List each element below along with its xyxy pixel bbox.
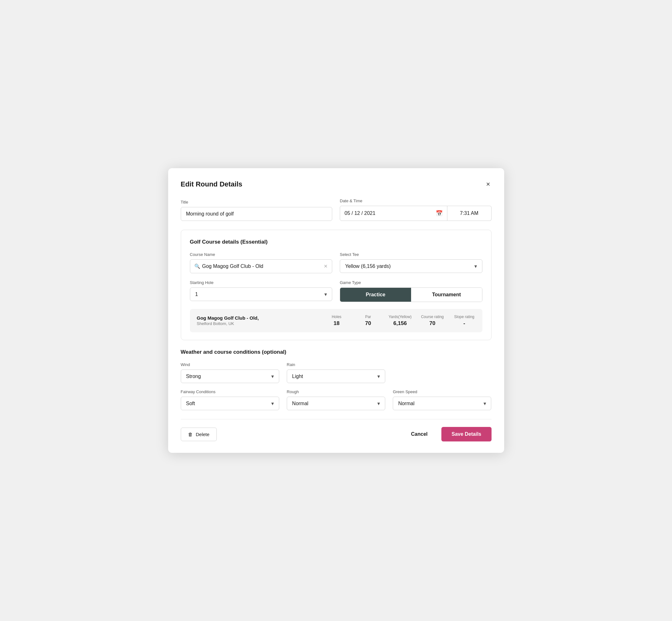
- weather-title: Weather and course conditions (optional): [181, 349, 492, 355]
- top-row: Title Date & Time 05 / 12 / 2021 📅 7:31 …: [181, 199, 492, 221]
- date-input[interactable]: 05 / 12 / 2021 📅: [340, 206, 447, 221]
- title-field-group: Title: [181, 200, 333, 221]
- par-label: Par: [365, 315, 371, 319]
- starting-hole-label: Starting Hole: [190, 280, 333, 285]
- search-icon: 🔍: [194, 263, 200, 269]
- weather-section: Weather and course conditions (optional)…: [181, 349, 492, 410]
- game-type-label: Game Type: [340, 280, 482, 285]
- calendar-icon: 📅: [436, 210, 443, 217]
- practice-button[interactable]: Practice: [340, 288, 411, 302]
- fairway-rough-green-row: Fairway Conditions FirmNormalSoftWet ▼ R…: [181, 389, 492, 410]
- course-name-label: Course Name: [190, 252, 333, 257]
- course-name-group: Course Name 🔍 ✕: [190, 252, 333, 273]
- course-name-input[interactable]: [190, 259, 333, 273]
- delete-label: Delete: [196, 432, 209, 437]
- course-info-name: Gog Magog Golf Club - Old, Shelford Bott…: [197, 315, 316, 326]
- trash-icon: 🗑: [188, 432, 193, 437]
- fairway-label: Fairway Conditions: [181, 389, 279, 394]
- yards-value: 6,156: [393, 320, 407, 327]
- course-location: Shelford Bottom, UK: [197, 321, 316, 326]
- course-rating-value: 70: [429, 320, 435, 327]
- slope-rating-stat: Slope rating -: [453, 315, 475, 327]
- hole-gametype-row: Starting Hole 1234 5678 910 ▼ Game Type …: [190, 280, 482, 302]
- green-speed-group: Green Speed SlowNormalFastVery Fast ▼: [393, 389, 491, 410]
- save-button[interactable]: Save Details: [442, 427, 491, 442]
- fairway-group: Fairway Conditions FirmNormalSoftWet ▼: [181, 389, 279, 410]
- datetime-label: Date & Time: [340, 199, 492, 203]
- course-name-input-wrapper: 🔍 ✕: [190, 259, 333, 273]
- datetime-field-group: Date & Time 05 / 12 / 2021 📅 7:31 AM: [340, 199, 492, 221]
- time-input[interactable]: 7:31 AM: [447, 206, 492, 221]
- title-label: Title: [181, 200, 333, 204]
- yards-label: Yards(Yellow): [389, 315, 412, 319]
- course-rating-stat: Course rating 70: [421, 315, 444, 327]
- game-type-group: Game Type Practice Tournament: [340, 280, 482, 302]
- wind-dropdown[interactable]: NoneLightModerateStrongVery Strong: [181, 370, 279, 383]
- starting-hole-group: Starting Hole 1234 5678 910 ▼: [190, 280, 333, 302]
- par-value: 70: [365, 320, 371, 327]
- holes-label: Holes: [332, 315, 341, 319]
- course-info-row: Gog Magog Golf Club - Old, Shelford Bott…: [190, 309, 482, 332]
- wind-label: Wind: [181, 362, 279, 367]
- cancel-button[interactable]: Cancel: [406, 427, 432, 441]
- fairway-wrapper: FirmNormalSoftWet ▼: [181, 397, 279, 410]
- footer-row: 🗑 Delete Cancel Save Details: [181, 419, 492, 442]
- golf-course-section: Golf Course details (Essential) Course N…: [181, 230, 492, 340]
- course-tee-row: Course Name 🔍 ✕ Select Tee Yellow (6,156…: [190, 252, 482, 273]
- select-tee-label: Select Tee: [340, 252, 482, 257]
- wind-wrapper: NoneLightModerateStrongVery Strong ▼: [181, 370, 279, 383]
- game-type-toggle: Practice Tournament: [340, 287, 482, 302]
- edit-round-modal: Edit Round Details × Title Date & Time 0…: [168, 168, 504, 453]
- date-value: 05 / 12 / 2021: [344, 210, 375, 216]
- time-value: 7:31 AM: [460, 210, 478, 216]
- starting-hole-dropdown[interactable]: 1234 5678 910: [190, 287, 333, 301]
- rough-wrapper: ShortNormalLongVery Long ▼: [287, 397, 385, 410]
- rough-label: Rough: [287, 389, 385, 394]
- rain-label: Rain: [287, 362, 385, 367]
- holes-value: 18: [333, 320, 339, 327]
- slope-rating-label: Slope rating: [454, 315, 474, 319]
- holes-stat: Holes 18: [326, 315, 348, 327]
- wind-group: Wind NoneLightModerateStrongVery Strong …: [181, 362, 279, 383]
- footer-right: Cancel Save Details: [406, 427, 492, 442]
- modal-header: Edit Round Details ×: [181, 179, 492, 189]
- wind-rain-row: Wind NoneLightModerateStrongVery Strong …: [181, 362, 492, 383]
- delete-button[interactable]: 🗑 Delete: [181, 427, 217, 441]
- select-tee-group: Select Tee Yellow (6,156 yards) Red (5,5…: [340, 252, 482, 273]
- datetime-inputs: 05 / 12 / 2021 📅 7:31 AM: [340, 206, 492, 221]
- green-speed-dropdown[interactable]: SlowNormalFastVery Fast: [393, 397, 491, 410]
- title-input[interactable]: [181, 207, 333, 221]
- course-name-display: Gog Magog Golf Club - Old,: [197, 315, 316, 321]
- rain-group: Rain NoneLightModerateHeavy ▼: [287, 362, 385, 383]
- rough-group: Rough ShortNormalLongVery Long ▼: [287, 389, 385, 410]
- starting-hole-wrapper: 1234 5678 910 ▼: [190, 287, 333, 301]
- golf-section-title: Golf Course details (Essential): [190, 239, 482, 245]
- modal-title: Edit Round Details: [181, 180, 243, 189]
- yards-stat: Yards(Yellow) 6,156: [389, 315, 412, 327]
- slope-rating-value: -: [463, 320, 465, 327]
- green-speed-wrapper: SlowNormalFastVery Fast ▼: [393, 397, 491, 410]
- green-speed-label: Green Speed: [393, 389, 491, 394]
- rough-dropdown[interactable]: ShortNormalLongVery Long: [287, 397, 385, 410]
- tournament-button[interactable]: Tournament: [411, 288, 482, 302]
- clear-icon[interactable]: ✕: [324, 263, 328, 269]
- select-tee-wrapper: Yellow (6,156 yards) Red (5,500 yards) W…: [340, 259, 482, 273]
- par-stat: Par 70: [357, 315, 379, 327]
- rain-dropdown[interactable]: NoneLightModerateHeavy: [287, 370, 385, 383]
- course-rating-label: Course rating: [421, 315, 444, 319]
- close-button[interactable]: ×: [485, 179, 492, 189]
- rain-wrapper: NoneLightModerateHeavy ▼: [287, 370, 385, 383]
- select-tee-dropdown[interactable]: Yellow (6,156 yards) Red (5,500 yards) W…: [340, 259, 482, 273]
- fairway-dropdown[interactable]: FirmNormalSoftWet: [181, 397, 279, 410]
